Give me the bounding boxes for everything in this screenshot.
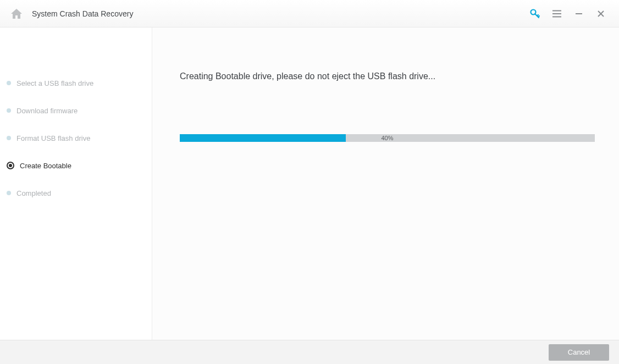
sidebar-step-select-usb: Select a USB flash drive xyxy=(0,69,152,97)
step-label: Completed xyxy=(16,189,51,197)
progress-percent-label: 40% xyxy=(381,135,393,141)
app-title: System Crash Data Recovery xyxy=(32,9,133,18)
step-label: Select a USB flash drive xyxy=(16,79,93,87)
step-bullet-icon xyxy=(7,108,11,113)
progress-bar: 40% xyxy=(180,134,595,142)
step-label: Format USB flash drive xyxy=(16,134,90,142)
minimize-button[interactable] xyxy=(573,8,585,20)
close-button[interactable] xyxy=(595,8,607,20)
main-panel: Creating Bootable drive, please do not e… xyxy=(152,27,619,340)
home-icon[interactable] xyxy=(11,9,22,19)
step-bullet-active-icon xyxy=(7,162,14,169)
title-actions xyxy=(529,8,614,20)
sidebar: Select a USB flash drive Download firmwa… xyxy=(0,27,152,340)
sidebar-step-completed: Completed xyxy=(0,179,152,207)
step-label: Download firmware xyxy=(16,107,78,115)
step-bullet-icon xyxy=(7,81,11,85)
status-text: Creating Bootable drive, please do not e… xyxy=(180,71,595,81)
step-bullet-icon xyxy=(7,191,11,195)
content: Select a USB flash drive Download firmwa… xyxy=(0,27,619,340)
titlebar: System Crash Data Recovery xyxy=(0,0,619,27)
footer: Cancel xyxy=(0,340,619,364)
sidebar-step-download-firmware: Download firmware xyxy=(0,97,152,124)
step-bullet-icon xyxy=(7,136,11,140)
cancel-button[interactable]: Cancel xyxy=(549,344,609,361)
sidebar-step-create-bootable: Create Bootable xyxy=(0,152,152,179)
step-label: Create Bootable xyxy=(20,162,71,170)
progress-fill xyxy=(180,134,346,142)
sidebar-step-format-usb: Format USB flash drive xyxy=(0,124,152,152)
key-icon[interactable] xyxy=(529,8,541,20)
hamburger-icon[interactable] xyxy=(551,8,563,20)
